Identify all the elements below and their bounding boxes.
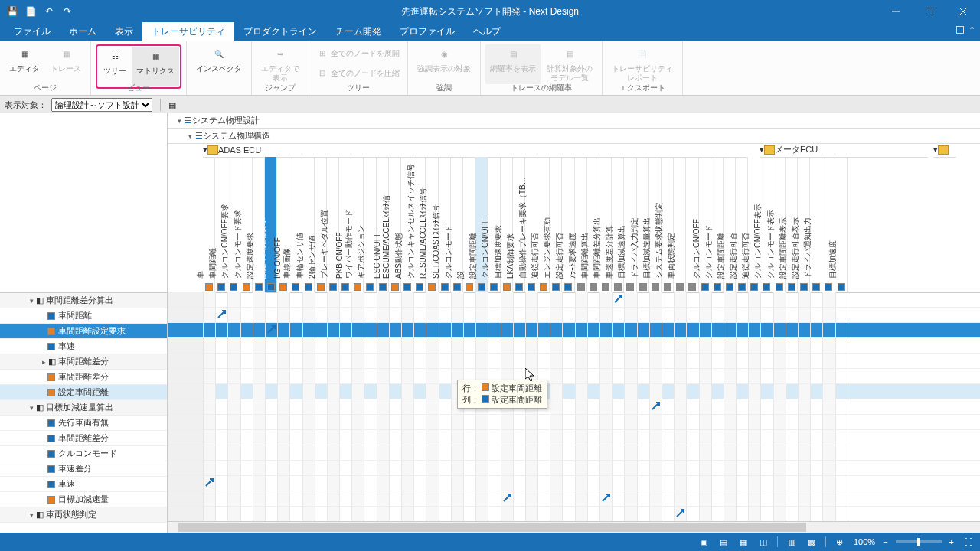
matrix-cell[interactable] <box>662 461 675 475</box>
matrix-cell[interactable] <box>266 369 278 383</box>
matrix-cell[interactable] <box>687 292 699 307</box>
matrix-cell[interactable] <box>749 308 761 322</box>
matrix-cell[interactable] <box>576 323 588 337</box>
expand-toggle[interactable]: ▾ <box>186 132 194 140</box>
matrix-cell[interactable] <box>390 354 402 368</box>
matrix-cell[interactable] <box>216 445 228 460</box>
matrix-cell[interactable] <box>823 338 835 353</box>
trace-button[interactable]: ▦トレース <box>46 44 86 84</box>
matrix-cell[interactable] <box>488 476 501 491</box>
matrix-cell[interactable] <box>402 507 414 521</box>
matrix-cell[interactable] <box>538 461 550 475</box>
matrix-cell[interactable] <box>278 308 290 322</box>
matrix-cell[interactable] <box>426 507 439 521</box>
matrix-cell[interactable] <box>390 476 402 491</box>
matrix-cell[interactable] <box>799 430 811 445</box>
matrix-cell[interactable] <box>204 399 216 414</box>
matrix-cell[interactable] <box>266 292 278 307</box>
matrix-cell[interactable] <box>612 292 625 307</box>
matrix-cell[interactable] <box>340 430 352 445</box>
matrix-cell[interactable] <box>377 445 390 460</box>
matrix-cell[interactable] <box>836 323 848 337</box>
redo-icon[interactable]: ↷ <box>61 5 74 18</box>
matrix-cell[interactable] <box>377 476 390 491</box>
matrix-cell[interactable] <box>625 384 637 399</box>
matrix-cell[interactable] <box>550 308 563 322</box>
column-header[interactable]: 車両状態判定 <box>674 157 686 292</box>
matrix-cell[interactable] <box>364 354 377 368</box>
matrix-cell[interactable] <box>712 491 724 506</box>
matrix-cell[interactable] <box>390 384 402 399</box>
matrix-cell[interactable] <box>253 415 266 429</box>
matrix-cell[interactable] <box>476 491 488 506</box>
matrix-cell[interactable] <box>290 338 302 353</box>
matrix-cell[interactable] <box>439 338 452 353</box>
matrix-cell[interactable] <box>303 507 315 521</box>
matrix-cell[interactable] <box>588 430 600 445</box>
matrix-cell[interactable] <box>315 354 328 368</box>
matrix-cell[interactable] <box>501 430 514 445</box>
matrix-cell[interactable] <box>625 507 637 521</box>
inspector-button[interactable]: 🔍インスペクタ <box>191 44 247 84</box>
matrix-cell[interactable] <box>675 461 687 475</box>
matrix-cell[interactable] <box>761 338 773 353</box>
matrix-cell[interactable] <box>290 415 302 429</box>
matrix-cell[interactable] <box>625 354 637 368</box>
matrix-cell[interactable] <box>836 491 848 506</box>
matrix-cell[interactable] <box>563 491 575 506</box>
matrix-cell[interactable] <box>216 369 228 383</box>
tree-row[interactable]: ▸◧車間距離差分 <box>0 354 167 370</box>
matrix-cell[interactable] <box>836 415 848 429</box>
matrix-cell[interactable] <box>328 369 340 383</box>
matrix-cell[interactable] <box>625 308 637 322</box>
matrix-cell[interactable] <box>737 292 749 307</box>
matrix-cell[interactable] <box>352 430 364 445</box>
matrix-cell[interactable] <box>476 445 488 460</box>
matrix-cell[interactable] <box>588 292 600 307</box>
tree-row[interactable]: 先行車両有無 <box>0 416 167 431</box>
matrix-cell[interactable] <box>364 292 377 307</box>
matrix-cell[interactable] <box>737 369 749 383</box>
matrix-cell[interactable] <box>576 445 588 460</box>
matrix-cell[interactable] <box>749 399 761 414</box>
matrix-cell[interactable] <box>799 308 811 322</box>
matrix-cell[interactable] <box>823 430 835 445</box>
matrix-cell[interactable] <box>576 415 588 429</box>
matrix-cell[interactable] <box>786 292 799 307</box>
matrix-cell[interactable] <box>650 354 662 368</box>
matrix-cell[interactable] <box>761 445 773 460</box>
matrix-cell[interactable] <box>700 476 712 491</box>
matrix-cell[interactable] <box>402 399 414 414</box>
matrix-cell[interactable] <box>662 338 675 353</box>
matrix-cell[interactable] <box>414 323 426 337</box>
matrix-cell[interactable] <box>650 323 662 337</box>
matrix-cell[interactable] <box>241 384 253 399</box>
matrix-cell[interactable] <box>662 308 675 322</box>
matrix-cell[interactable] <box>488 415 501 429</box>
matrix-cell[interactable] <box>638 476 650 491</box>
matrix-cell[interactable] <box>377 430 390 445</box>
matrix-cell[interactable] <box>662 507 675 521</box>
matrix-cell[interactable] <box>761 430 773 445</box>
tree-row[interactable]: 車間距離 <box>0 308 167 324</box>
matrix-cell[interactable] <box>612 308 625 322</box>
menu-product[interactable]: プロダクトライン <box>234 22 326 41</box>
matrix-cell[interactable] <box>526 338 538 353</box>
matrix-cell[interactable] <box>266 430 278 445</box>
matrix-cell[interactable] <box>823 399 835 414</box>
matrix-cell[interactable] <box>377 369 390 383</box>
matrix-cell[interactable] <box>390 461 402 475</box>
matrix-cell[interactable] <box>216 461 228 475</box>
matrix-cell[interactable] <box>588 445 600 460</box>
matrix-cell[interactable] <box>315 445 328 460</box>
matrix-cell[interactable] <box>836 430 848 445</box>
matrix-cell[interactable] <box>426 445 439 460</box>
matrix-cell[interactable] <box>340 323 352 337</box>
matrix-cell[interactable] <box>303 292 315 307</box>
emphasis-target-button[interactable]: ◉強調表示の対象 <box>413 44 475 84</box>
matrix-cell[interactable] <box>377 292 390 307</box>
matrix-cell[interactable] <box>612 445 625 460</box>
matrix-cell[interactable] <box>625 491 637 506</box>
matrix-cell[interactable] <box>675 354 687 368</box>
matrix-cell[interactable] <box>576 308 588 322</box>
